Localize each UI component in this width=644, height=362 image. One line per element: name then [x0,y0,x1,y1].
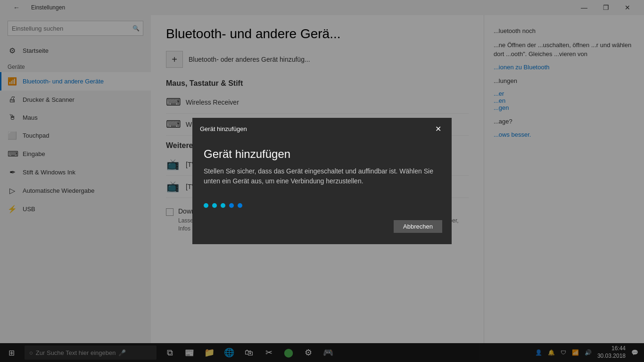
modal-titlebar-text: Gerät hinzufügen [200,125,247,132]
modal-footer: Abbrechen [192,215,452,235]
add-device-modal: Gerät hinzufügen ✕ Gerät hinzufügen Stel… [192,118,452,244]
loading-dot-5 [238,203,242,208]
loading-dot-4 [229,203,234,208]
loading-dot-1 [204,203,208,208]
modal-loading-indicator [192,196,452,215]
cancel-button[interactable]: Abbrechen [394,220,442,233]
modal-body: Stellen Sie sicher, dass das Gerät einge… [192,166,452,196]
modal-overlay: Gerät hinzufügen ✕ Gerät hinzufügen Stel… [0,0,644,362]
loading-dot-2 [212,203,217,208]
loading-dot-3 [221,203,225,208]
modal-titlebar: Gerät hinzufügen ✕ [192,118,452,140]
modal-close-button[interactable]: ✕ [432,123,444,134]
modal-heading: Gerät hinzufügen [192,140,452,166]
